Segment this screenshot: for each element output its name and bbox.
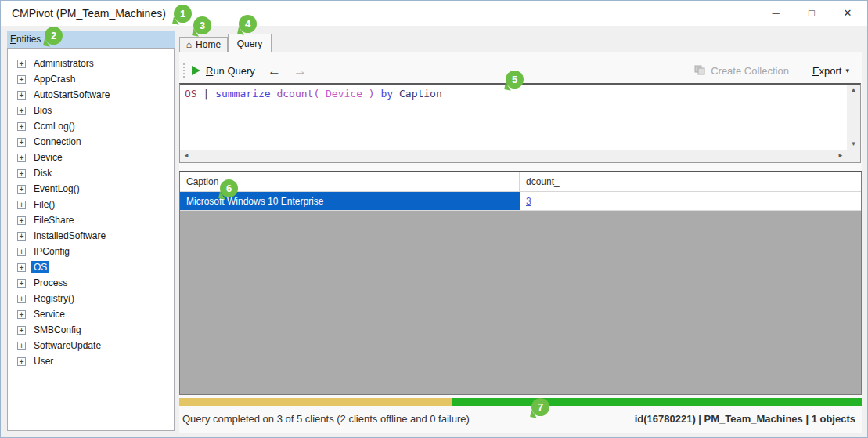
editor-horizontal-scrollbar[interactable]: ◄ ► [180, 150, 847, 162]
result-cell-dcount: 3 [520, 192, 861, 210]
expand-plus-icon[interactable]: + [17, 216, 26, 225]
tree-item-label[interactable]: SoftwareUpdate [31, 339, 103, 352]
expand-plus-icon[interactable]: + [17, 107, 26, 115]
expand-plus-icon[interactable]: + [17, 295, 26, 303]
toolbar-grip-icon [182, 63, 185, 78]
tree-item-label[interactable]: Administrators [31, 57, 96, 70]
create-collection-button: Create Collection [694, 65, 789, 77]
expand-plus-icon[interactable]: + [17, 357, 26, 366]
tree-item-label[interactable]: Disk [31, 167, 54, 179]
tree-item-ipconfig[interactable]: +IPConfig [8, 244, 174, 259]
expand-plus-icon[interactable]: + [17, 60, 26, 68]
close-button[interactable]: ✕ [830, 1, 866, 24]
tree-item-label[interactable]: Process [31, 277, 70, 289]
scroll-down-icon[interactable]: ▼ [851, 141, 857, 147]
tree-item-file[interactable]: +File() [8, 197, 174, 212]
callout-1: 1 [174, 5, 192, 23]
tree-item-label[interactable]: User [31, 355, 56, 367]
tree-item-service[interactable]: +Service [8, 306, 174, 322]
callout-5: 5 [506, 71, 524, 89]
entities-tree[interactable]: +Administrators+AppCrash+AutoStartSoftwa… [7, 48, 175, 431]
expand-plus-icon[interactable]: + [17, 201, 26, 209]
query-tab-panel: Run Query ← → Create Collection Export ▾… [179, 52, 862, 433]
tab-query[interactable]: Query [228, 34, 272, 52]
tree-item-label[interactable]: SMBConfig [31, 324, 84, 336]
query-token: OS [185, 88, 197, 100]
export-button[interactable]: Export ▾ [812, 65, 849, 77]
tree-item-disk[interactable]: +Disk [8, 165, 174, 181]
tree-item-label[interactable]: IPConfig [31, 245, 72, 258]
minimize-button[interactable]: ─ [758, 1, 794, 24]
tree-item-user[interactable]: +User [8, 353, 174, 369]
tree-item-label[interactable]: Service [31, 308, 67, 320]
query-token: dcount( [276, 88, 319, 100]
column-header-dcount[interactable]: dcount_ [520, 172, 861, 191]
tree-item-administrators[interactable]: +Administrators [8, 56, 174, 71]
query-token: summarize [215, 88, 270, 100]
chevron-down-icon: ▾ [845, 67, 849, 74]
tree-item-appcrash[interactable]: +AppCrash [8, 71, 174, 87]
tree-item-ccmlog[interactable]: +CcmLog() [8, 118, 174, 134]
tree-item-process[interactable]: +Process [8, 275, 174, 291]
create-collection-label: Create Collection [711, 65, 789, 77]
history-back-icon[interactable]: ← [268, 64, 281, 78]
expand-plus-icon[interactable]: + [17, 169, 26, 178]
expand-plus-icon[interactable]: + [17, 342, 26, 350]
dcount-link[interactable]: 3 [526, 196, 531, 207]
callout-7: 7 [531, 398, 549, 416]
expand-plus-icon[interactable]: + [17, 122, 26, 131]
tree-item-label[interactable]: AppCrash [31, 73, 77, 85]
tree-item-label[interactable]: File() [31, 198, 57, 211]
tree-item-connection[interactable]: +Connection [8, 134, 174, 150]
tree-item-label[interactable]: Registry() [31, 292, 77, 305]
tab-home-label: Home [196, 39, 221, 50]
maximize-button[interactable]: □ [794, 1, 830, 24]
editor-vertical-scrollbar[interactable]: ▲ ▼ [847, 85, 860, 150]
query-text[interactable]: OS | summarize dcount( Device ) by Capti… [185, 88, 442, 100]
results-grid: Caption dcount_ Microsoft Windows 10 Ent… [179, 171, 862, 395]
table-row[interactable]: Microsoft Windows 10 Enterprise3 [180, 192, 861, 211]
scroll-right-icon[interactable]: ► [837, 153, 844, 159]
results-rows: Microsoft Windows 10 Enterprise3 [180, 192, 861, 211]
run-query-button[interactable]: Run Query [206, 65, 255, 77]
history-forward-icon: → [294, 64, 307, 78]
callout-3: 3 [193, 16, 211, 34]
scroll-left-icon[interactable]: ◄ [183, 153, 189, 159]
expand-plus-icon[interactable]: + [17, 248, 26, 256]
scroll-up-icon[interactable]: ▲ [851, 87, 857, 93]
tree-item-label[interactable]: Device [31, 151, 65, 164]
tree-item-label[interactable]: CcmLog() [31, 120, 77, 132]
tree-item-bios[interactable]: +Bios [8, 103, 174, 118]
query-token: ) [369, 88, 375, 100]
tree-item-fileshare[interactable]: +FileShare [8, 212, 174, 228]
tree-item-eventlog[interactable]: +EventLog() [8, 181, 174, 197]
entities-header: Entities [7, 31, 175, 48]
tree-item-installedsoftware[interactable]: +InstalledSoftware [8, 228, 174, 244]
expand-plus-icon[interactable]: + [17, 263, 26, 272]
tree-item-label[interactable]: Bios [31, 104, 54, 117]
tree-item-label[interactable]: InstalledSoftware [31, 230, 108, 242]
tree-item-label[interactable]: EventLog() [31, 183, 82, 195]
expand-plus-icon[interactable]: + [17, 310, 26, 319]
expand-plus-icon[interactable]: + [17, 154, 26, 162]
expand-plus-icon[interactable]: + [17, 75, 26, 84]
tree-item-label[interactable]: OS [31, 261, 49, 273]
tree-item-label[interactable]: AutoStartSoftware [31, 89, 112, 101]
tree-item-label[interactable]: FileShare [31, 214, 76, 226]
expand-plus-icon[interactable]: + [17, 232, 26, 241]
tree-item-device[interactable]: +Device [8, 150, 174, 165]
expand-plus-icon[interactable]: + [17, 185, 26, 194]
expand-plus-icon[interactable]: + [17, 279, 26, 288]
tree-item-os[interactable]: +OS [8, 259, 174, 275]
tree-item-softwareupdate[interactable]: +SoftwareUpdate [8, 338, 174, 353]
expand-plus-icon[interactable]: + [17, 91, 26, 100]
tree-item-autostartsoftware[interactable]: +AutoStartSoftware [8, 87, 174, 103]
tree-item-label[interactable]: Connection [31, 136, 84, 148]
expand-plus-icon[interactable]: + [17, 138, 26, 147]
callout-6: 6 [220, 179, 238, 197]
tree-item-registry[interactable]: +Registry() [8, 291, 174, 306]
tree-item-smbconfig[interactable]: +SMBConfig [8, 322, 174, 338]
expand-plus-icon[interactable]: + [17, 326, 26, 335]
tab-home[interactable]: ⌂ Home [179, 37, 228, 52]
query-editor[interactable]: OS | summarize dcount( Device ) by Capti… [179, 83, 861, 163]
